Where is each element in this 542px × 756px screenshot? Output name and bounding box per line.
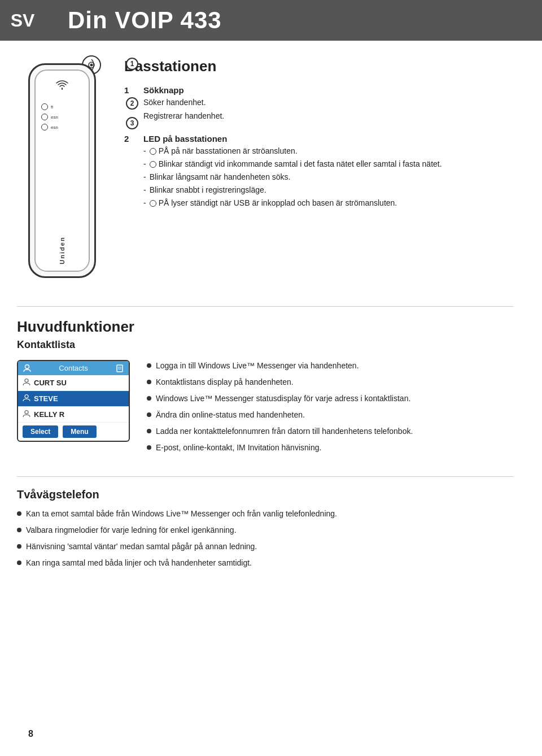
title-bar: Din VOIP 433: [45, 0, 542, 41]
sokknapp-label: Sökknapp: [143, 85, 224, 95]
led-circle-esn2: [41, 124, 48, 131]
svg-point-9: [25, 410, 28, 414]
svg-rect-4: [117, 365, 123, 372]
svg-point-2: [90, 64, 93, 67]
section-divider: [17, 306, 514, 307]
cs-footer: Select Menu: [18, 423, 129, 441]
basstationen-section: 1 2 3: [17, 58, 514, 278]
huvud-title: Huvudfunktioner: [17, 318, 514, 336]
cs-row-icon-steve: [23, 394, 30, 403]
page-number: 8: [28, 729, 33, 739]
led-bullet-1: PÅ på när basstationen är ströansluten.: [143, 145, 442, 157]
cs-row-icon-curt: [23, 378, 30, 388]
led-esn-1: esn: [41, 114, 83, 120]
tvavag-dot-1: [17, 528, 21, 532]
sokknapp-number: 1: [124, 85, 136, 95]
item-number-2: 2: [126, 97, 138, 110]
cs-header-doc-icon: [115, 363, 124, 373]
page-title: Din VOIP 433: [68, 7, 222, 34]
led-circle-fl: [41, 103, 48, 110]
phone-device-illustration: 1 2 3: [17, 58, 107, 278]
sokknapp-bullet-1: Söker handenhet.: [143, 97, 224, 108]
led-content: LED på basstationen PÅ på när basstation…: [143, 134, 442, 210]
item-sokknapp: 1 Sökknapp Söker handenhet. Registrerar …: [124, 85, 514, 124]
led-indicators: fl esn esn: [36, 103, 89, 131]
led-label-fl: fl: [51, 105, 53, 110]
led-number: 2: [124, 134, 136, 144]
cs-header-icon: [23, 363, 32, 373]
select-button[interactable]: Select: [23, 425, 58, 438]
led-circle-esn1: [41, 114, 48, 120]
cs-row-icon-kelly: [23, 410, 30, 419]
kontakt-bullet-5: E-post, online-kontakt, IM Invitation hä…: [147, 442, 514, 454]
basstationen-text: Basstationen 1 Sökknapp Söker handenhet.…: [124, 58, 514, 278]
item-led: 2 LED på basstationen PÅ på när basstati…: [124, 134, 514, 210]
phone-inner: fl esn esn Uniden: [34, 69, 90, 272]
tvavag-title: Tvåvägstelefon: [17, 488, 514, 501]
cs-row-text-curt: CURT SU: [34, 379, 67, 387]
contacts-device: Contacts: [17, 360, 130, 442]
tvavag-dot-2: [17, 544, 21, 549]
tvavag-bullet-2: Hänvisning 'samtal väntar' medan samtal …: [17, 541, 514, 553]
cs-row-text-kelly: KELLY R: [34, 410, 64, 419]
item-number-1: 1: [126, 58, 138, 70]
bullet-dot-1: [147, 380, 151, 384]
led-label-title: LED på basstationen: [143, 134, 442, 144]
contacts-screen: Contacts: [17, 360, 130, 442]
sokknapp-bullet-2: Registrerar handenhet.: [143, 110, 224, 122]
led-fl: fl: [41, 103, 83, 110]
tvavag-bullet-1: Valbara ringmelodier för varje ledning f…: [17, 524, 514, 536]
led-label-esn1: esn: [51, 115, 58, 120]
bullet-dot-0: [147, 363, 151, 368]
tvavag-section: Tvåvägstelefon Kan ta emot samtal både f…: [17, 488, 514, 569]
svg-point-8: [25, 394, 28, 398]
svg-point-3: [25, 364, 29, 368]
bullet-dot-4: [147, 429, 151, 433]
tvavag-dot-0: [17, 511, 21, 516]
led-bullet-5: - PÅ lyser ständigt när USB är inkopplad…: [143, 197, 442, 209]
huvud-section: Huvudfunktioner Kontaktlista Contacts: [17, 318, 514, 454]
basstationen-title: Basstationen: [124, 58, 514, 75]
kontakt-bullet-2: Windows Live™ Messenger statusdisplay fö…: [147, 393, 514, 405]
cs-header-label: Contacts: [59, 364, 88, 372]
tvavag-bullets-list: Kan ta emot samtal både från Windows Liv…: [17, 508, 514, 569]
menu-button[interactable]: Menu: [63, 425, 96, 438]
main-content: 1 2 3: [0, 41, 542, 609]
led-inline-2: [150, 161, 156, 168]
led-bullet-4: - Blinkar snabbt i registreringsläge.: [143, 184, 442, 196]
phone-outer-shell: fl esn esn Uniden: [28, 63, 96, 278]
cs-row-steve: STEVE: [18, 391, 129, 407]
cs-row-kelly: KELLY R: [18, 407, 129, 423]
led-bullet-3: - Blinkar långsamt när handenheten söks.: [143, 171, 442, 183]
wifi-icon: [55, 79, 69, 93]
sokknapp-content: Sökknapp Söker handenhet. Registrerar ha…: [143, 85, 224, 124]
item-number-3: 3: [126, 117, 138, 129]
page-header: SV Din VOIP 433: [0, 0, 542, 41]
kontakt-layout: Contacts: [17, 360, 514, 454]
bullet-dot-3: [147, 412, 151, 417]
kontakt-bullet-4: Ladda ner kontakttelefonnumren från dato…: [147, 425, 514, 437]
language-label: SV: [0, 0, 45, 41]
led-esn-2: esn: [41, 124, 83, 131]
bullet-dot-5: [147, 445, 151, 450]
kontakt-bullet-1: Kontaktlistans display på handenheten.: [147, 376, 514, 388]
led-bullet-2: - Blinkar ständigt vid inkommande samtal…: [143, 158, 442, 170]
led-label-esn2: esn: [51, 125, 58, 130]
led-inline-3: [150, 200, 156, 207]
cs-row-curt: CURT SU: [18, 375, 129, 391]
kontakt-bullets-list: Logga in till Windows Live™ Messenger vi…: [147, 360, 514, 454]
led-inline-1: [150, 148, 156, 155]
svg-point-7: [25, 379, 28, 382]
kontakt-bullet-0: Logga in till Windows Live™ Messenger vi…: [147, 360, 514, 372]
section-divider-2: [17, 476, 514, 477]
tvavag-dot-3: [17, 561, 21, 565]
tvavag-bullet-0: Kan ta emot samtal både från Windows Liv…: [17, 508, 514, 520]
cs-row-text-steve: STEVE: [34, 394, 58, 403]
bullet-dot-2: [147, 396, 151, 401]
tvavag-bullet-3: Kan ringa samtal med båda linjer och två…: [17, 557, 514, 569]
kontakt-subtitle: Kontaktlista: [17, 339, 514, 351]
kontakt-bullet-3: Ändra din online-status med handenheten.: [147, 409, 514, 421]
phone-brand: Uniden: [59, 236, 65, 264]
cs-screen-header: Contacts: [18, 361, 129, 375]
